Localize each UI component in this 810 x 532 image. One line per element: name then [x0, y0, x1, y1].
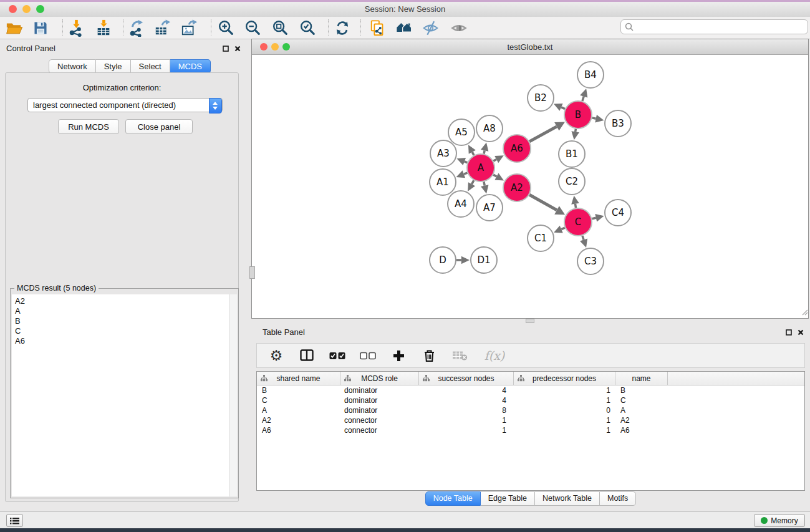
cell-name[interactable]: A6 [615, 426, 668, 435]
graph-edge-B-B4[interactable] [582, 97, 584, 101]
graph-edge-C-C2[interactable] [576, 204, 576, 208]
cell-shared-name[interactable]: B [257, 386, 340, 395]
optimization-criterion-select[interactable]: largest connected component (directed) [27, 98, 223, 112]
hide-selected-eye-slash-icon[interactable] [422, 19, 440, 37]
graph-edge-B-B1[interactable] [576, 129, 576, 132]
zoom-out-icon[interactable] [243, 19, 262, 37]
zoom-selected-icon[interactable] [298, 19, 317, 37]
cell-name[interactable]: A2 [615, 416, 668, 425]
cell-predecessor-nodes[interactable]: 1 [514, 426, 615, 435]
mcds-result-item[interactable]: B [12, 316, 229, 326]
deselect-all-columns-icon[interactable] [360, 346, 376, 365]
tab-edge-table[interactable]: Edge Table [481, 491, 535, 506]
float-panel-icon[interactable] [784, 328, 793, 337]
close-panel-button[interactable]: Close panel [125, 119, 193, 134]
cell-successor-nodes[interactable]: 8 [419, 406, 514, 415]
tab-select[interactable]: Select [131, 59, 170, 74]
mcds-result-item[interactable]: C [12, 326, 229, 336]
cell-name[interactable]: C [615, 396, 668, 405]
search-field[interactable] [620, 19, 808, 34]
graph-edge-B-B3[interactable] [592, 118, 595, 118]
run-mcds-button[interactable]: Run MCDS [58, 119, 119, 134]
cell-shared-name[interactable]: A6 [257, 426, 340, 435]
settings-gear-icon[interactable]: ⚙ [268, 346, 284, 365]
add-column-icon[interactable] [390, 346, 407, 365]
float-panel-icon[interactable] [221, 44, 230, 53]
mcds-result-item[interactable]: A2 [12, 296, 229, 306]
open-session-icon[interactable] [5, 19, 24, 37]
graph-edge-C-C3[interactable] [582, 236, 584, 240]
close-panel-icon[interactable] [796, 328, 805, 337]
column-header-shared-name[interactable]: shared name [257, 372, 340, 385]
cell-predecessor-nodes[interactable]: 1 [514, 386, 615, 395]
home-layout-icon[interactable] [395, 19, 413, 37]
cell-successor-nodes[interactable]: 1 [419, 416, 514, 425]
node-table[interactable]: shared nameMCDS rolesuccessor nodesprede… [256, 371, 805, 491]
scrollbar[interactable] [229, 294, 237, 496]
resize-grip-icon[interactable] [801, 307, 808, 318]
import-table-icon[interactable] [94, 19, 113, 37]
show-all-eye-icon[interactable] [450, 19, 468, 37]
table-row[interactable]: A6connector11A6 [257, 425, 804, 435]
zoom-fit-content-icon[interactable] [271, 19, 289, 37]
graph-edge-A6-B[interactable] [529, 127, 557, 142]
refresh-icon[interactable] [333, 19, 352, 37]
graph-edge-A-A5[interactable] [472, 152, 474, 155]
export-network-icon[interactable] [127, 19, 146, 37]
cell-shared-name[interactable]: C [257, 396, 340, 405]
cell-shared-name[interactable]: A [257, 406, 340, 415]
graph-edge-C-C4[interactable] [592, 218, 595, 218]
table-row[interactable]: Adominator80A [257, 405, 804, 415]
column-header-mcds-role[interactable]: MCDS role [340, 372, 419, 385]
network-window-titlebar[interactable]: testGlobe.txt [252, 39, 808, 55]
export-table-icon[interactable] [153, 19, 172, 37]
duplicate-network-icon[interactable] [369, 19, 387, 37]
tab-network-table[interactable]: Network Table [535, 491, 600, 506]
mcds-result-list[interactable]: A2ABCA6 [12, 294, 237, 496]
graph-edge-A-A8[interactable] [484, 150, 485, 153]
export-image-icon[interactable] [180, 19, 199, 37]
cell-predecessor-nodes[interactable]: 1 [514, 416, 615, 425]
tab-style[interactable]: Style [96, 59, 131, 74]
graph-edge-A2-C[interactable] [529, 195, 557, 210]
tab-motifs[interactable]: Motifs [600, 491, 636, 506]
show-panels-list-button[interactable] [6, 514, 23, 527]
memory-button[interactable]: Memory [754, 514, 805, 527]
cell-successor-nodes[interactable]: 1 [419, 426, 514, 435]
close-panel-icon[interactable] [233, 44, 242, 53]
tab-network[interactable]: Network [49, 59, 96, 74]
graph-edge-A-A2[interactable] [493, 175, 496, 177]
cell-predecessor-nodes[interactable]: 1 [514, 396, 615, 405]
select-all-columns-icon[interactable] [329, 346, 345, 365]
search-input[interactable] [636, 22, 808, 32]
cell-mcds-role[interactable]: dominator [340, 396, 419, 405]
column-header-name[interactable]: name [615, 372, 668, 385]
cell-mcds-role[interactable]: connector [340, 416, 419, 425]
cell-shared-name[interactable]: A2 [257, 416, 340, 425]
graph-edge-A-A3[interactable] [465, 162, 468, 163]
tab-node-table[interactable]: Node Table [425, 491, 481, 506]
graph-edge-C-C1[interactable] [561, 228, 565, 229]
graph-edge-A-A6[interactable] [493, 160, 496, 162]
mcds-result-item[interactable]: A6 [12, 336, 229, 346]
column-header-predecessor-nodes[interactable]: predecessor nodes [514, 372, 615, 385]
zoom-in-icon[interactable] [216, 19, 235, 37]
splitter-handle[interactable] [249, 266, 255, 279]
graph-edge-A-A1[interactable] [464, 173, 468, 174]
cell-name[interactable]: A [615, 406, 668, 415]
graph-edge-A-A7[interactable] [484, 181, 485, 185]
table-row[interactable]: Bdominator41B [257, 385, 804, 395]
graph-edge-B-B2[interactable] [561, 107, 565, 109]
cell-successor-nodes[interactable]: 4 [419, 396, 514, 405]
cell-mcds-role[interactable]: dominator [340, 386, 419, 395]
mcds-result-item[interactable]: A [12, 306, 229, 316]
cell-name[interactable]: B [615, 386, 668, 395]
graph-edge-A-A4[interactable] [471, 180, 473, 184]
cell-mcds-role[interactable]: connector [340, 426, 419, 435]
save-session-icon[interactable] [31, 19, 50, 37]
cell-mcds-role[interactable]: dominator [340, 406, 419, 415]
delete-column-trash-icon[interactable] [421, 346, 437, 365]
table-row[interactable]: Cdominator41C [257, 395, 804, 405]
cell-successor-nodes[interactable]: 4 [419, 386, 514, 395]
import-network-icon[interactable] [67, 19, 85, 37]
